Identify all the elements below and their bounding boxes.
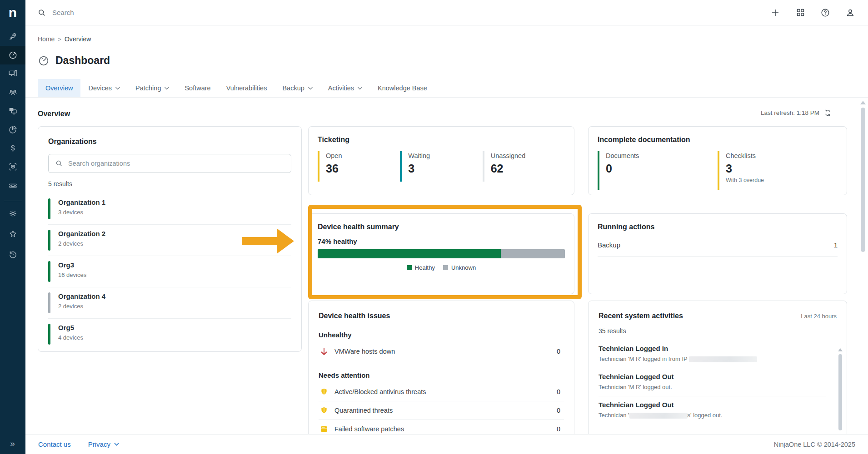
org-list-item[interactable]: Organization 2 2 devices bbox=[48, 224, 291, 256]
scrollbar-thumb[interactable] bbox=[861, 108, 865, 252]
sidebar-item-billing[interactable] bbox=[0, 139, 25, 158]
tab-backup[interactable]: Backup bbox=[274, 79, 320, 97]
organizations-card: Organizations 5 results Organization 1 3… bbox=[38, 126, 302, 352]
sidebar-item-dashboard[interactable] bbox=[0, 46, 25, 64]
tab-label: Software bbox=[185, 84, 210, 92]
tab-activities[interactable]: Activities bbox=[320, 79, 370, 97]
pie-chart-icon bbox=[8, 125, 18, 134]
stat-value: 0 bbox=[606, 162, 718, 175]
org-list-item[interactable]: Organization 4 2 devices bbox=[48, 287, 291, 318]
breadcrumb-separator: > bbox=[58, 36, 61, 43]
org-list-item[interactable]: Org5 4 devices bbox=[48, 318, 291, 350]
double-chevron-right-icon: » bbox=[10, 439, 15, 448]
tab-software[interactable]: Software bbox=[177, 79, 218, 97]
organizations-search-input[interactable] bbox=[68, 160, 284, 167]
running-action-label: Backup bbox=[598, 241, 620, 249]
running-action-row[interactable]: Backup 1 bbox=[598, 241, 838, 257]
stat-unassigned-tickets[interactable]: Unassigned 62 bbox=[483, 151, 565, 182]
help-button[interactable] bbox=[819, 7, 831, 19]
device-health-summary-title: Device health summary bbox=[318, 223, 565, 231]
activity-text: s' logged out. bbox=[688, 412, 723, 419]
sidebar-item-ticketing[interactable] bbox=[0, 176, 25, 195]
organizations-search[interactable] bbox=[48, 154, 291, 173]
stat-documents[interactable]: Documents 0 bbox=[598, 151, 718, 190]
ninjaone-logo[interactable]: n bbox=[0, 0, 25, 25]
stat-waiting-tickets[interactable]: Waiting 3 bbox=[400, 151, 482, 182]
tab-knowledge-base[interactable]: Knowledge Base bbox=[370, 79, 435, 97]
screens-icon bbox=[8, 106, 18, 116]
sidebar-item-remote-screens[interactable] bbox=[0, 102, 25, 120]
account-button[interactable] bbox=[844, 7, 856, 19]
search-input[interactable] bbox=[52, 9, 243, 16]
refresh-button[interactable] bbox=[824, 109, 832, 117]
last-refresh-label: Last refresh: 1:18 PM bbox=[761, 109, 819, 116]
tab-devices[interactable]: Devices bbox=[80, 79, 128, 97]
tab-label: Overview bbox=[45, 84, 73, 92]
sidebar-collapse-button[interactable]: » bbox=[0, 439, 25, 449]
sidebar-item-devices[interactable] bbox=[0, 64, 25, 83]
documentation-stats: Documents 0 Checklists 3 With 3 overdue bbox=[598, 151, 838, 190]
down-arrow-icon bbox=[319, 347, 329, 356]
sidebar-item-history[interactable] bbox=[0, 244, 25, 265]
tab-patching[interactable]: Patching bbox=[128, 79, 177, 97]
activity-scrollbar[interactable] bbox=[838, 348, 843, 434]
scroll-up-arrow-icon[interactable] bbox=[860, 101, 866, 104]
ticket-icon bbox=[8, 181, 18, 190]
users-icon bbox=[8, 88, 18, 97]
breadcrumb-home[interactable]: Home bbox=[38, 35, 55, 43]
device-health-issues-card: Device health issues Unhealthy VMWare ho… bbox=[308, 301, 574, 434]
issue-row-failed-software-patches[interactable]: Failed software patches 0 bbox=[319, 419, 564, 434]
sidebar-item-getting-started[interactable] bbox=[0, 27, 25, 46]
sidebar-divider bbox=[4, 201, 22, 201]
org-list-item[interactable]: Organization 1 3 devices bbox=[48, 193, 291, 224]
contact-us-link[interactable]: Contact us bbox=[38, 440, 71, 448]
recent-activities-card: Recent system activities Last 24 hours 3… bbox=[588, 301, 847, 434]
topbar bbox=[25, 0, 868, 25]
issue-row-quarantined-threats[interactable]: Quarantined threats 0 bbox=[319, 401, 564, 419]
stat-checklists[interactable]: Checklists 3 With 3 overdue bbox=[718, 151, 838, 190]
activity-title: Technician Logged Out bbox=[599, 401, 826, 409]
sidebar: n bbox=[0, 0, 25, 454]
main-content: Home > Overview Dashboard Overview Devic… bbox=[25, 25, 868, 434]
activity-item[interactable]: Technician Logged Out Technician 's' log… bbox=[599, 396, 826, 424]
global-search[interactable] bbox=[25, 8, 243, 17]
issue-label: Quarantined threats bbox=[334, 407, 551, 414]
rocket-icon bbox=[8, 32, 18, 41]
scroll-up-arrow-icon[interactable] bbox=[838, 348, 843, 351]
activity-item[interactable]: Technician Logged Out Technician 'M R' l… bbox=[599, 368, 826, 396]
legend-label: Unknown bbox=[451, 264, 476, 271]
sidebar-item-reports[interactable] bbox=[0, 120, 25, 139]
tab-label: Vulnerabilities bbox=[226, 84, 267, 92]
privacy-link[interactable]: Privacy bbox=[88, 440, 119, 448]
stat-open-tickets[interactable]: Open 36 bbox=[318, 151, 400, 182]
running-action-count: 1 bbox=[834, 241, 838, 249]
scrollbar-thumb[interactable] bbox=[838, 354, 842, 430]
tab-bar: Overview Devices Patching Software Vulne… bbox=[25, 79, 868, 98]
activity-item[interactable]: Technician Logged In Technician 'M R' lo… bbox=[599, 340, 826, 368]
sidebar-item-favorites[interactable] bbox=[0, 224, 25, 244]
sidebar-item-end-users[interactable] bbox=[0, 83, 25, 102]
patch-window-icon bbox=[319, 424, 329, 434]
chevron-down-icon bbox=[165, 87, 169, 90]
stat-label: Waiting bbox=[408, 152, 482, 159]
issue-row-vmware-hosts-down[interactable]: VMWare hosts down 0 bbox=[319, 342, 564, 360]
sidebar-item-assets[interactable] bbox=[0, 158, 25, 176]
org-device-count: 16 devices bbox=[58, 271, 86, 278]
app-window: n bbox=[0, 0, 868, 454]
tab-vulnerabilities[interactable]: Vulnerabilities bbox=[219, 79, 275, 97]
redacted-text-block bbox=[689, 356, 757, 362]
tab-overview[interactable]: Overview bbox=[38, 79, 80, 97]
add-button[interactable] bbox=[769, 7, 781, 19]
issue-row-antivirus-threats[interactable]: Active/Blocked antivirus threats 0 bbox=[319, 383, 564, 401]
page-scrollbar[interactable] bbox=[860, 101, 866, 252]
org-status-bar bbox=[48, 324, 50, 345]
sidebar-item-settings[interactable] bbox=[0, 203, 25, 224]
tab-label: Knowledge Base bbox=[378, 84, 427, 92]
chevron-down-icon bbox=[358, 87, 362, 90]
org-list-item[interactable]: Org3 16 devices bbox=[48, 256, 291, 287]
apps-button[interactable] bbox=[794, 7, 806, 19]
search-icon bbox=[55, 159, 63, 168]
activity-text: Technician ' bbox=[599, 412, 629, 419]
organizations-result-count: 5 results bbox=[48, 180, 291, 188]
issues-list-unhealthy: VMWare hosts down 0 bbox=[319, 342, 564, 360]
